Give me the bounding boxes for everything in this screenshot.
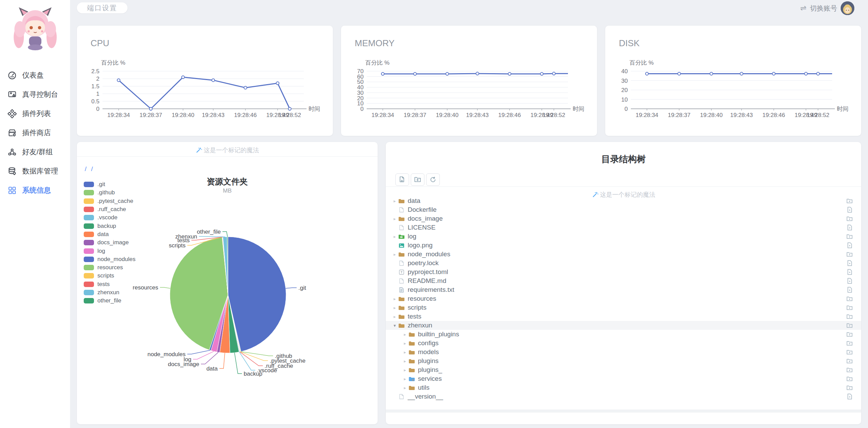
- expand-arrow-icon[interactable]: ▸: [391, 314, 398, 319]
- file-download-icon[interactable]: [846, 393, 853, 400]
- x-axis-name: 时间: [309, 106, 320, 112]
- console-icon: [8, 90, 17, 99]
- pie-label-backup: backup: [244, 371, 262, 377]
- file-download-icon[interactable]: [846, 260, 853, 267]
- sidebar-item-label: 好友/群组: [22, 147, 53, 157]
- folder-download-icon[interactable]: [846, 198, 853, 204]
- tree-row-zhenxun[interactable]: ▾zhenxun: [386, 321, 861, 330]
- horizontal-scrollbar[interactable]: [386, 410, 861, 413]
- file-download-icon[interactable]: [846, 224, 853, 231]
- new-file-button[interactable]: [395, 173, 409, 186]
- logo-avatar: [8, 1, 63, 55]
- expand-arrow-icon[interactable]: ▸: [391, 198, 398, 204]
- folder-download-icon[interactable]: [846, 375, 853, 382]
- svg-text:T: T: [401, 271, 403, 274]
- tree-row-tests[interactable]: ▸tests: [386, 312, 861, 321]
- svg-text:0.5: 0.5: [91, 98, 99, 105]
- tree-row-plugins_[interactable]: ▸plugins_: [386, 365, 861, 374]
- tree-row-poetry.lock[interactable]: poetry.lock: [386, 259, 861, 268]
- svg-text:19:28:46: 19:28:46: [234, 112, 257, 118]
- sidebar-item-好友/群组[interactable]: 好友/群组: [0, 142, 70, 161]
- tree-row-services[interactable]: ▸services: [386, 374, 861, 383]
- collapse-arrow-icon[interactable]: ▾: [391, 323, 398, 328]
- expand-arrow-icon[interactable]: ▸: [391, 296, 398, 301]
- tree-row-README.md[interactable]: README.md: [386, 276, 861, 285]
- folder-download-icon[interactable]: [846, 215, 853, 222]
- expand-arrow-icon[interactable]: ▸: [402, 359, 408, 364]
- tree-row-models[interactable]: ▸models: [386, 348, 861, 356]
- user-avatar[interactable]: [841, 1, 854, 15]
- sidebar-item-数据库管理[interactable]: 数据库管理: [0, 161, 70, 181]
- sidebar-nav: 仪表盘真寻控制台插件列表插件商店好友/群组数据库管理系统信息: [0, 66, 70, 200]
- folder-download-icon[interactable]: [846, 313, 853, 320]
- tree-row-docs_image[interactable]: ▸docs_image: [386, 214, 861, 223]
- tree-row-utils[interactable]: ▸utils: [386, 383, 861, 392]
- expand-arrow-icon[interactable]: ▸: [391, 216, 398, 221]
- tree-row-data[interactable]: ▸data: [386, 198, 861, 205]
- folder-download-icon[interactable]: [846, 295, 853, 302]
- tree-row-pyproject.toml[interactable]: Tpyproject.toml: [386, 268, 861, 276]
- folder-download-icon[interactable]: [846, 304, 853, 311]
- folder-download-icon[interactable]: [846, 349, 853, 355]
- expand-arrow-icon[interactable]: ▸: [391, 234, 398, 239]
- tree-row-builtin_plugins[interactable]: ▸builtin_plugins: [386, 330, 861, 339]
- expand-arrow-icon[interactable]: ▸: [402, 385, 408, 390]
- tree-item-name: scripts: [408, 304, 426, 311]
- tree-row-Dockerfile[interactable]: Dockerfile: [386, 205, 861, 214]
- expand-arrow-icon[interactable]: ▸: [402, 341, 408, 346]
- folder-download-icon[interactable]: [846, 384, 853, 391]
- svg-text:19:28:52: 19:28:52: [279, 112, 301, 118]
- folder-icon: [398, 198, 405, 204]
- folder-download-icon[interactable]: [846, 322, 853, 329]
- folder-icon: [398, 251, 405, 257]
- folder-services-icon: [408, 376, 415, 382]
- folder-icon: [398, 216, 405, 222]
- tree-row-requirements.txt[interactable]: requirements.txt: [386, 285, 861, 294]
- svg-text:19:28:34: 19:28:34: [636, 112, 658, 118]
- expand-arrow-icon[interactable]: ▸: [402, 350, 408, 355]
- sidebar-item-仪表盘[interactable]: 仪表盘: [0, 66, 70, 85]
- pie-label-node_modules: node_modules: [147, 351, 186, 358]
- file-download-icon[interactable]: [846, 269, 853, 275]
- folder-download-icon[interactable]: [846, 358, 853, 364]
- folder-download-icon[interactable]: [846, 251, 853, 258]
- folder-download-icon[interactable]: [846, 366, 853, 373]
- port-settings-button[interactable]: 端口设置: [77, 2, 127, 13]
- tree-row-configs[interactable]: ▸configs: [386, 339, 861, 348]
- tree-row-plugins[interactable]: ▸plugins: [386, 356, 861, 365]
- tree-row-scripts[interactable]: ▸scripts: [386, 303, 861, 312]
- tree-row-resources[interactable]: ▸resources: [386, 294, 861, 303]
- tree-row-node_modules[interactable]: ▸node_modules: [386, 250, 861, 259]
- file-download-icon[interactable]: [846, 206, 853, 213]
- sidebar-item-插件商店[interactable]: 插件商店: [0, 123, 70, 142]
- sidebar-item-真寻控制台[interactable]: 真寻控制台: [0, 85, 70, 104]
- svg-text:19:28:37: 19:28:37: [668, 112, 690, 118]
- switch-account[interactable]: ⇌ 切换账号: [800, 1, 854, 15]
- folder-icon: [408, 349, 415, 355]
- tree-row-logo.png[interactable]: logo.png: [386, 241, 861, 250]
- file-download-icon[interactable]: [846, 286, 853, 293]
- file-download-icon[interactable]: [846, 277, 853, 284]
- tree-row-log[interactable]: ▸log: [386, 232, 861, 241]
- file-download-icon[interactable]: [846, 242, 853, 249]
- new-folder-button[interactable]: [411, 173, 424, 186]
- new-folder-icon: [414, 176, 421, 183]
- expand-arrow-icon[interactable]: ▸: [391, 305, 398, 310]
- svg-text:19:28:52: 19:28:52: [807, 112, 829, 118]
- expand-arrow-icon[interactable]: ▸: [391, 252, 398, 257]
- refresh-button[interactable]: [426, 173, 440, 186]
- folder-download-icon[interactable]: [846, 340, 853, 347]
- tree-item-name: node_modules: [408, 250, 450, 258]
- expand-arrow-icon[interactable]: ▸: [402, 367, 408, 373]
- folder-download-icon[interactable]: [846, 331, 853, 338]
- tree-row-LICENSE[interactable]: LICENSE: [386, 223, 861, 232]
- tree-row-__version__[interactable]: __version__: [386, 392, 861, 401]
- y-axis-name: 百分比 %: [629, 60, 654, 66]
- expand-arrow-icon[interactable]: ▸: [402, 332, 408, 337]
- folder-download-icon[interactable]: [846, 233, 853, 240]
- sidebar-item-label: 插件列表: [22, 109, 51, 118]
- sidebar-item-插件列表[interactable]: 插件列表: [0, 104, 70, 123]
- expand-arrow-icon[interactable]: ▸: [402, 376, 408, 381]
- sidebar-item-系统信息[interactable]: 系统信息: [0, 181, 70, 200]
- file-icon: [398, 260, 405, 266]
